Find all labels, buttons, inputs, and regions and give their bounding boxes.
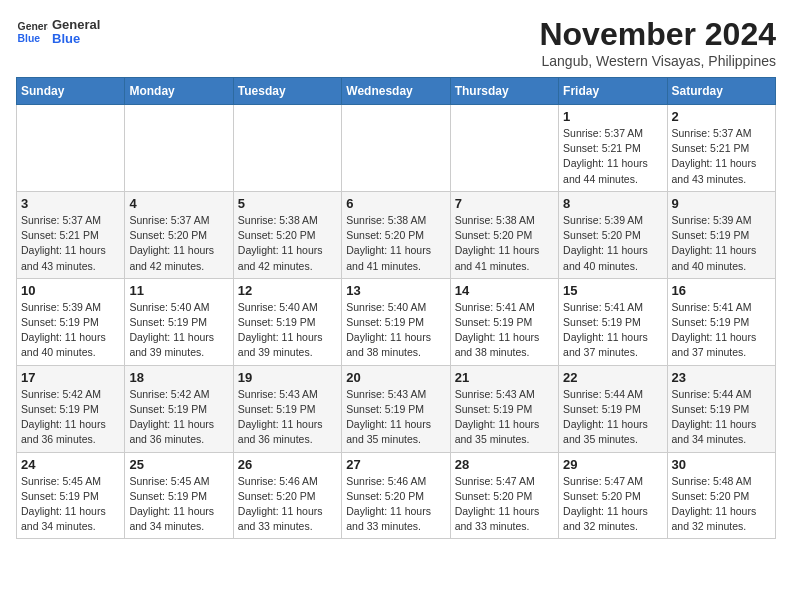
- month-year-title: November 2024: [539, 16, 776, 53]
- day-info: Sunrise: 5:38 AM Sunset: 5:20 PM Dayligh…: [238, 213, 337, 274]
- day-number: 9: [672, 196, 771, 211]
- calendar-cell: 14Sunrise: 5:41 AM Sunset: 5:19 PM Dayli…: [450, 278, 558, 365]
- calendar-cell: [233, 105, 341, 192]
- day-number: 21: [455, 370, 554, 385]
- day-number: 15: [563, 283, 662, 298]
- day-number: 23: [672, 370, 771, 385]
- day-number: 20: [346, 370, 445, 385]
- calendar-week-4: 17Sunrise: 5:42 AM Sunset: 5:19 PM Dayli…: [17, 365, 776, 452]
- calendar-cell: 24Sunrise: 5:45 AM Sunset: 5:19 PM Dayli…: [17, 452, 125, 539]
- day-info: Sunrise: 5:39 AM Sunset: 5:19 PM Dayligh…: [21, 300, 120, 361]
- day-number: 8: [563, 196, 662, 211]
- weekday-header-tuesday: Tuesday: [233, 78, 341, 105]
- day-info: Sunrise: 5:43 AM Sunset: 5:19 PM Dayligh…: [346, 387, 445, 448]
- weekday-header-thursday: Thursday: [450, 78, 558, 105]
- logo-icon: General Blue: [16, 16, 48, 48]
- day-info: Sunrise: 5:37 AM Sunset: 5:21 PM Dayligh…: [672, 126, 771, 187]
- location-subtitle: Langub, Western Visayas, Philippines: [539, 53, 776, 69]
- day-number: 30: [672, 457, 771, 472]
- day-number: 1: [563, 109, 662, 124]
- day-info: Sunrise: 5:44 AM Sunset: 5:19 PM Dayligh…: [563, 387, 662, 448]
- day-info: Sunrise: 5:45 AM Sunset: 5:19 PM Dayligh…: [21, 474, 120, 535]
- calendar-cell: 2Sunrise: 5:37 AM Sunset: 5:21 PM Daylig…: [667, 105, 775, 192]
- calendar-cell: 8Sunrise: 5:39 AM Sunset: 5:20 PM Daylig…: [559, 191, 667, 278]
- calendar-week-2: 3Sunrise: 5:37 AM Sunset: 5:21 PM Daylig…: [17, 191, 776, 278]
- calendar-cell: 28Sunrise: 5:47 AM Sunset: 5:20 PM Dayli…: [450, 452, 558, 539]
- day-number: 12: [238, 283, 337, 298]
- day-number: 6: [346, 196, 445, 211]
- day-info: Sunrise: 5:43 AM Sunset: 5:19 PM Dayligh…: [455, 387, 554, 448]
- calendar-cell: 7Sunrise: 5:38 AM Sunset: 5:20 PM Daylig…: [450, 191, 558, 278]
- day-info: Sunrise: 5:45 AM Sunset: 5:19 PM Dayligh…: [129, 474, 228, 535]
- calendar-cell: 12Sunrise: 5:40 AM Sunset: 5:19 PM Dayli…: [233, 278, 341, 365]
- calendar-week-3: 10Sunrise: 5:39 AM Sunset: 5:19 PM Dayli…: [17, 278, 776, 365]
- logo: General Blue General Blue: [16, 16, 100, 48]
- calendar-cell: 29Sunrise: 5:47 AM Sunset: 5:20 PM Dayli…: [559, 452, 667, 539]
- day-info: Sunrise: 5:37 AM Sunset: 5:20 PM Dayligh…: [129, 213, 228, 274]
- page-header: General Blue General Blue November 2024 …: [16, 16, 776, 69]
- day-number: 24: [21, 457, 120, 472]
- weekday-header-sunday: Sunday: [17, 78, 125, 105]
- calendar-week-1: 1Sunrise: 5:37 AM Sunset: 5:21 PM Daylig…: [17, 105, 776, 192]
- day-info: Sunrise: 5:38 AM Sunset: 5:20 PM Dayligh…: [455, 213, 554, 274]
- day-info: Sunrise: 5:46 AM Sunset: 5:20 PM Dayligh…: [346, 474, 445, 535]
- calendar-cell: [17, 105, 125, 192]
- day-info: Sunrise: 5:40 AM Sunset: 5:19 PM Dayligh…: [346, 300, 445, 361]
- calendar-cell: 15Sunrise: 5:41 AM Sunset: 5:19 PM Dayli…: [559, 278, 667, 365]
- calendar-cell: [125, 105, 233, 192]
- day-number: 17: [21, 370, 120, 385]
- day-info: Sunrise: 5:39 AM Sunset: 5:19 PM Dayligh…: [672, 213, 771, 274]
- calendar-cell: 25Sunrise: 5:45 AM Sunset: 5:19 PM Dayli…: [125, 452, 233, 539]
- day-number: 10: [21, 283, 120, 298]
- calendar-cell: 1Sunrise: 5:37 AM Sunset: 5:21 PM Daylig…: [559, 105, 667, 192]
- calendar-cell: 22Sunrise: 5:44 AM Sunset: 5:19 PM Dayli…: [559, 365, 667, 452]
- logo-line1: General: [52, 18, 100, 32]
- calendar-cell: 17Sunrise: 5:42 AM Sunset: 5:19 PM Dayli…: [17, 365, 125, 452]
- calendar-cell: 26Sunrise: 5:46 AM Sunset: 5:20 PM Dayli…: [233, 452, 341, 539]
- calendar-cell: 4Sunrise: 5:37 AM Sunset: 5:20 PM Daylig…: [125, 191, 233, 278]
- day-number: 18: [129, 370, 228, 385]
- day-number: 16: [672, 283, 771, 298]
- calendar-cell: [450, 105, 558, 192]
- calendar-cell: 21Sunrise: 5:43 AM Sunset: 5:19 PM Dayli…: [450, 365, 558, 452]
- day-info: Sunrise: 5:47 AM Sunset: 5:20 PM Dayligh…: [563, 474, 662, 535]
- calendar-cell: 5Sunrise: 5:38 AM Sunset: 5:20 PM Daylig…: [233, 191, 341, 278]
- calendar-cell: 30Sunrise: 5:48 AM Sunset: 5:20 PM Dayli…: [667, 452, 775, 539]
- day-number: 14: [455, 283, 554, 298]
- calendar-cell: 10Sunrise: 5:39 AM Sunset: 5:19 PM Dayli…: [17, 278, 125, 365]
- day-number: 11: [129, 283, 228, 298]
- day-info: Sunrise: 5:38 AM Sunset: 5:20 PM Dayligh…: [346, 213, 445, 274]
- day-info: Sunrise: 5:41 AM Sunset: 5:19 PM Dayligh…: [455, 300, 554, 361]
- calendar-body: 1Sunrise: 5:37 AM Sunset: 5:21 PM Daylig…: [17, 105, 776, 539]
- calendar-cell: 6Sunrise: 5:38 AM Sunset: 5:20 PM Daylig…: [342, 191, 450, 278]
- day-number: 3: [21, 196, 120, 211]
- day-number: 28: [455, 457, 554, 472]
- day-info: Sunrise: 5:37 AM Sunset: 5:21 PM Dayligh…: [21, 213, 120, 274]
- day-info: Sunrise: 5:41 AM Sunset: 5:19 PM Dayligh…: [672, 300, 771, 361]
- day-info: Sunrise: 5:42 AM Sunset: 5:19 PM Dayligh…: [21, 387, 120, 448]
- calendar-cell: 3Sunrise: 5:37 AM Sunset: 5:21 PM Daylig…: [17, 191, 125, 278]
- day-number: 2: [672, 109, 771, 124]
- day-number: 27: [346, 457, 445, 472]
- day-info: Sunrise: 5:46 AM Sunset: 5:20 PM Dayligh…: [238, 474, 337, 535]
- day-number: 26: [238, 457, 337, 472]
- calendar-cell: 27Sunrise: 5:46 AM Sunset: 5:20 PM Dayli…: [342, 452, 450, 539]
- day-number: 13: [346, 283, 445, 298]
- day-info: Sunrise: 5:41 AM Sunset: 5:19 PM Dayligh…: [563, 300, 662, 361]
- weekday-header-saturday: Saturday: [667, 78, 775, 105]
- logo-line2: Blue: [52, 32, 100, 46]
- title-block: November 2024 Langub, Western Visayas, P…: [539, 16, 776, 69]
- calendar-cell: 9Sunrise: 5:39 AM Sunset: 5:19 PM Daylig…: [667, 191, 775, 278]
- day-number: 7: [455, 196, 554, 211]
- calendar-cell: 16Sunrise: 5:41 AM Sunset: 5:19 PM Dayli…: [667, 278, 775, 365]
- day-info: Sunrise: 5:43 AM Sunset: 5:19 PM Dayligh…: [238, 387, 337, 448]
- day-number: 5: [238, 196, 337, 211]
- day-info: Sunrise: 5:40 AM Sunset: 5:19 PM Dayligh…: [129, 300, 228, 361]
- calendar-cell: 13Sunrise: 5:40 AM Sunset: 5:19 PM Dayli…: [342, 278, 450, 365]
- day-info: Sunrise: 5:40 AM Sunset: 5:19 PM Dayligh…: [238, 300, 337, 361]
- day-number: 19: [238, 370, 337, 385]
- calendar-header: SundayMondayTuesdayWednesdayThursdayFrid…: [17, 78, 776, 105]
- day-number: 4: [129, 196, 228, 211]
- calendar-cell: 18Sunrise: 5:42 AM Sunset: 5:19 PM Dayli…: [125, 365, 233, 452]
- calendar-cell: 19Sunrise: 5:43 AM Sunset: 5:19 PM Dayli…: [233, 365, 341, 452]
